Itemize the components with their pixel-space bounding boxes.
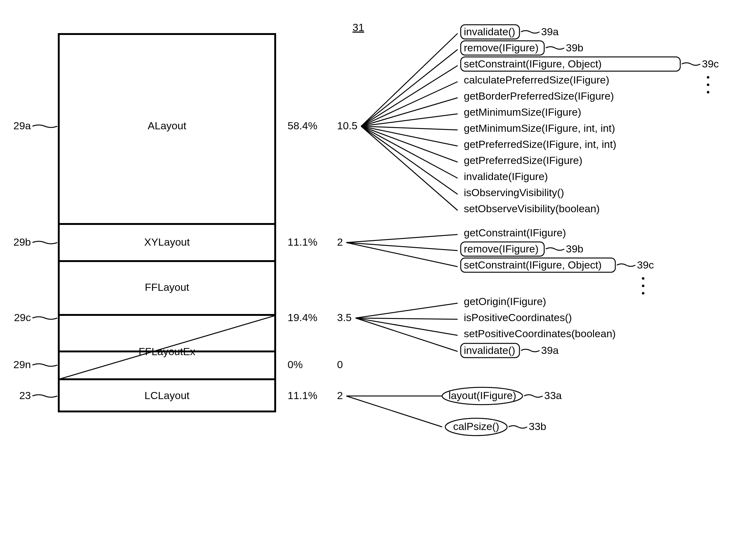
method-label: isPositiveCoordinates(): [464, 312, 572, 323]
ellipsis-icon: [642, 277, 644, 280]
method-label: getMinimumSize(IFigure): [464, 106, 581, 118]
svg-line-8: [361, 126, 458, 162]
class-name: FFLayout: [145, 281, 189, 293]
method-label: calPsize(): [453, 420, 499, 432]
percent-label: 0%: [288, 359, 303, 370]
tilde-icon: [32, 125, 57, 127]
ref-label: 39c: [702, 58, 719, 70]
class-name: ALayout: [148, 120, 186, 131]
ref-label: 39c: [637, 259, 654, 271]
ref-label: 39a: [541, 26, 559, 37]
class-name: XYLayout: [144, 236, 190, 248]
method-label: getPreferredSize(IFigure): [464, 154, 583, 166]
method-label: invalidate(): [464, 26, 515, 37]
method-label: remove(IFigure): [464, 42, 539, 53]
tilde-icon: [617, 264, 635, 266]
tilde-icon: [521, 31, 540, 33]
tilde-icon: [509, 426, 527, 428]
ellipsis-icon: [642, 285, 644, 287]
figure-number: 31: [352, 21, 364, 33]
class-name: FFLayoutEx: [139, 346, 195, 357]
method-label: getPreferredSize(IFigure, int, int): [464, 138, 616, 150]
tilde-icon: [32, 395, 57, 397]
row-fflayoutex: 29n FFLayoutEx 0% 0: [13, 346, 343, 370]
percent-label: 11.1%: [288, 390, 317, 401]
percent-label: 58.4%: [288, 120, 317, 131]
count-label: 0: [337, 359, 343, 370]
svg-line-11: [361, 126, 458, 210]
method-label: setConstraint(IFigure, Object): [464, 58, 602, 70]
method-label: getConstraint(IFigure): [464, 227, 566, 238]
method-label: remove(IFigure): [464, 243, 539, 254]
fan-lines: [361, 33, 458, 210]
ref-label: 29a: [13, 120, 31, 131]
ref-label: 39a: [541, 344, 559, 356]
tilde-icon: [546, 248, 564, 250]
count-label: 2: [337, 236, 343, 248]
count-label: 2: [337, 390, 343, 401]
tilde-icon: [32, 317, 57, 319]
svg-line-17: [356, 318, 458, 335]
ref-label: 39b: [566, 42, 583, 53]
count-label: 3.5: [337, 312, 352, 323]
tilde-icon: [521, 349, 540, 352]
svg-line-16: [356, 318, 458, 319]
method-label: getMinimumSize(IFigure, int, int): [464, 122, 615, 134]
svg-line-2: [361, 66, 458, 126]
svg-line-20: [346, 396, 442, 427]
ref-label: 23: [19, 390, 31, 401]
ellipsis-icon: [707, 83, 709, 86]
ref-label: 33b: [529, 420, 546, 432]
tilde-icon: [32, 364, 57, 366]
row-alayout: 29a ALayout 58.4% 10.5 invalidate() 39a: [13, 25, 719, 214]
method-label: isObservingVisibility(): [464, 186, 564, 198]
ellipsis-icon: [707, 76, 709, 79]
diagram-root: 31 29a ALayout 58.4% 10.5 invalidate() 3…: [0, 0, 756, 542]
method-label: getOrigin(IFigure): [464, 296, 546, 307]
tilde-icon: [546, 47, 564, 49]
svg-line-9: [361, 126, 458, 178]
method-label: layout(IFigure): [448, 390, 516, 401]
ref-label: 33a: [544, 390, 562, 401]
ellipsis-icon: [642, 292, 644, 295]
method-label: getBorderPreferredSize(IFigure): [464, 90, 614, 102]
tilde-icon: [524, 395, 543, 397]
ref-label: 39b: [566, 243, 583, 254]
ref-label: 29c: [14, 312, 31, 323]
method-label: setObserveVisibility(boolean): [464, 203, 600, 214]
method-label: invalidate(): [464, 344, 515, 356]
percent-label: 19.4%: [288, 312, 317, 323]
tilde-icon: [682, 63, 700, 65]
ref-label: 29b: [13, 236, 31, 248]
method-label: setConstraint(IFigure, Object): [464, 259, 602, 271]
tilde-icon: [32, 241, 57, 244]
method-label: calculatePreferredSize(IFigure): [464, 74, 609, 86]
count-label: 10.5: [337, 120, 357, 131]
ref-label: 29n: [13, 359, 31, 370]
method-label: invalidate(IFigure): [464, 170, 548, 182]
svg-line-18: [356, 318, 458, 352]
svg-line-12: [346, 234, 458, 242]
percent-label: 11.1%: [288, 236, 317, 248]
row-fflayout: 29c FFLayout 19.4% 3.5 getOrigin(IFigure…: [14, 281, 616, 358]
ellipsis-icon: [707, 91, 709, 93]
class-name: LCLayout: [144, 390, 190, 401]
method-label: setPositiveCoordinates(boolean): [464, 328, 616, 339]
svg-line-15: [356, 303, 458, 318]
